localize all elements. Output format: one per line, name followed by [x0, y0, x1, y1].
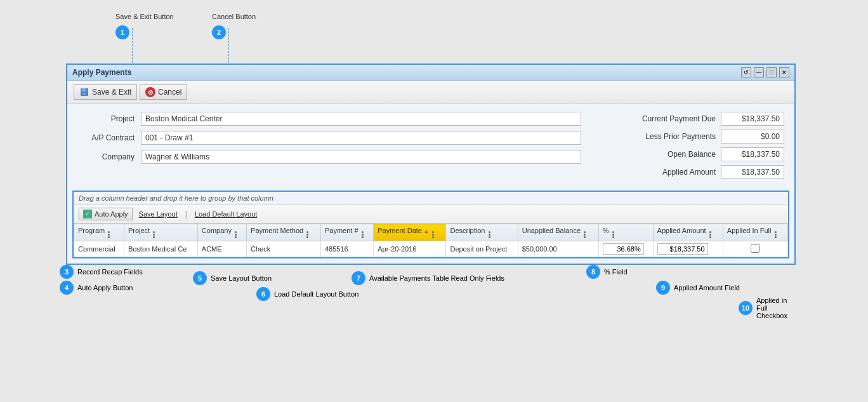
- annotation-circle-5: 5: [193, 271, 207, 285]
- less-prior-payments-label: Less Prior Payments: [627, 132, 716, 141]
- auto-apply-button[interactable]: ✓ Auto Apply: [79, 208, 133, 220]
- svg-rect-1: [82, 88, 86, 91]
- save-icon: [79, 87, 89, 97]
- annotation-circle-4: 4: [60, 281, 74, 295]
- form-left: Project A/P Contract Company: [77, 112, 581, 183]
- open-balance-label: Open Balance: [627, 150, 716, 159]
- col-project: Project: [124, 224, 197, 241]
- row-payment-method: Check: [247, 241, 321, 257]
- annotation-label-4: Auto Apply Button: [77, 284, 133, 291]
- annotation-label-6: Load Default Layout Button: [274, 290, 358, 298]
- col-description-menu[interactable]: [487, 231, 492, 238]
- row-payment-date: Apr-20-2016: [374, 241, 446, 257]
- annotation-label-3: Record Recap Fields: [77, 268, 143, 276]
- col-program-menu[interactable]: [107, 231, 111, 238]
- ap-contract-field[interactable]: [141, 131, 581, 145]
- annotation-label-10: Applied in Full Checkbox: [756, 297, 796, 319]
- col-unapplied-balance: Unapplied Balance: [518, 224, 598, 241]
- pct-field[interactable]: [603, 243, 644, 255]
- col-applied-amount-menu[interactable]: [708, 231, 713, 238]
- annotation-label-2: Cancel Button: [212, 13, 256, 20]
- col-program: Program: [74, 224, 124, 241]
- save-exit-button[interactable]: Save & Exit: [74, 84, 137, 100]
- annotation-circle-10: 10: [739, 301, 753, 315]
- project-row: Project: [77, 112, 581, 126]
- applied-amount-summary-value[interactable]: [721, 165, 784, 179]
- open-balance-value[interactable]: [721, 147, 784, 161]
- col-pct: %: [598, 224, 653, 241]
- row-pct-cell: [598, 241, 653, 257]
- annotation-circle-3: 3: [60, 265, 74, 279]
- main-toolbar: Save & Exit ⊘ Cancel: [67, 81, 794, 104]
- col-applied-amount-label: Applied Amount: [657, 227, 706, 234]
- minimize-button[interactable]: —: [754, 67, 764, 77]
- svg-rect-3: [82, 93, 86, 95]
- annotation-circle-7: 7: [352, 271, 365, 285]
- col-pct-menu[interactable]: [611, 231, 615, 238]
- open-balance-row: Open Balance: [594, 147, 784, 161]
- col-applied-amount: Applied Amount: [653, 224, 723, 241]
- col-payment-method-menu[interactable]: [305, 231, 310, 238]
- current-payment-value[interactable]: [721, 112, 784, 126]
- col-payment-number-menu[interactable]: [360, 231, 365, 238]
- col-pct-label: %: [603, 227, 609, 234]
- apply-payments-window: Apply Payments ↺ — □ ✕ Save & Exit ⊘: [66, 64, 796, 265]
- current-payment-row: Current Payment Due: [594, 112, 784, 126]
- col-company-menu[interactable]: [233, 231, 238, 238]
- row-applied-amount-cell: [653, 241, 723, 257]
- project-field[interactable]: [141, 112, 581, 126]
- table-header: Program Project Company Payment Met: [74, 224, 788, 241]
- bottom-annotations: 3 Record Recap Fields 4 Auto Apply Butto…: [66, 265, 796, 341]
- drag-hint: Drag a column header and drop it here to…: [74, 192, 788, 205]
- col-project-menu[interactable]: [152, 231, 156, 238]
- col-payment-date-menu[interactable]: [431, 231, 435, 238]
- annotation-circle-6: 6: [256, 287, 270, 301]
- col-payment-date[interactable]: Payment Date ▲: [374, 224, 446, 241]
- cancel-button[interactable]: ⊘ Cancel: [140, 84, 187, 100]
- cancel-label: Cancel: [158, 88, 181, 97]
- form-area: Project A/P Contract Company Current Pay…: [67, 104, 794, 191]
- col-payment-method-label: Payment Method: [251, 227, 303, 234]
- save-layout-button[interactable]: Save Layout: [135, 209, 181, 219]
- col-payment-number-label: Payment #: [325, 227, 358, 234]
- applied-in-full-checkbox[interactable]: [751, 244, 760, 253]
- payments-table: Program Project Company Payment Met: [74, 224, 788, 257]
- table-body: Commercial Boston Medical Ce ACME Check …: [74, 241, 788, 257]
- annotation-circle-1: 1: [115, 25, 129, 39]
- sort-arrow-icon: ▲: [424, 229, 429, 234]
- less-prior-payments-row: Less Prior Payments: [594, 130, 784, 144]
- row-unapplied-balance: $50,000.00: [518, 241, 598, 257]
- restore-button[interactable]: □: [766, 67, 777, 77]
- current-payment-label: Current Payment Due: [627, 114, 716, 123]
- col-unapplied-balance-menu[interactable]: [582, 231, 587, 238]
- applied-amount-summary-label: Applied Amount: [627, 168, 716, 177]
- close-button[interactable]: ✕: [779, 67, 789, 77]
- cancel-icon: ⊘: [145, 87, 155, 97]
- auto-apply-check-icon: ✓: [83, 210, 92, 218]
- col-applied-in-full: Applied In Full: [723, 224, 787, 241]
- annotation-label-7: Available Payments Table Read Only Field…: [369, 274, 504, 282]
- row-project: Boston Medical Ce: [124, 241, 197, 257]
- window-titlebar: Apply Payments ↺ — □ ✕: [67, 65, 794, 81]
- applied-amount-field[interactable]: [657, 243, 708, 255]
- col-applied-in-full-menu[interactable]: [773, 231, 778, 238]
- col-applied-in-full-label: Applied In Full: [727, 227, 772, 234]
- company-field[interactable]: [141, 150, 581, 164]
- col-company: Company: [197, 224, 246, 241]
- col-company-label: Company: [202, 227, 232, 234]
- less-prior-payments-value[interactable]: [721, 130, 784, 144]
- annotation-circle-9: 9: [656, 281, 670, 295]
- window-title: Apply Payments: [72, 68, 131, 77]
- col-project-label: Project: [128, 227, 150, 234]
- load-default-layout-button[interactable]: Load Default Layout: [191, 209, 261, 219]
- annotation-label-1: Save & Exit Button: [115, 13, 174, 20]
- grid-toolbar: ✓ Auto Apply Save Layout | Load Default …: [74, 205, 788, 224]
- applied-amount-summary-row: Applied Amount: [594, 165, 784, 179]
- refresh-button[interactable]: ↺: [741, 67, 751, 77]
- payments-grid: Drag a column header and drop it here to…: [72, 191, 789, 258]
- annotation-label-5: Save Layout Button: [211, 274, 272, 282]
- company-row: Company: [77, 150, 581, 164]
- save-exit-label: Save & Exit: [92, 88, 131, 97]
- row-program: Commercial: [74, 241, 124, 257]
- col-payment-method: Payment Method: [247, 224, 321, 241]
